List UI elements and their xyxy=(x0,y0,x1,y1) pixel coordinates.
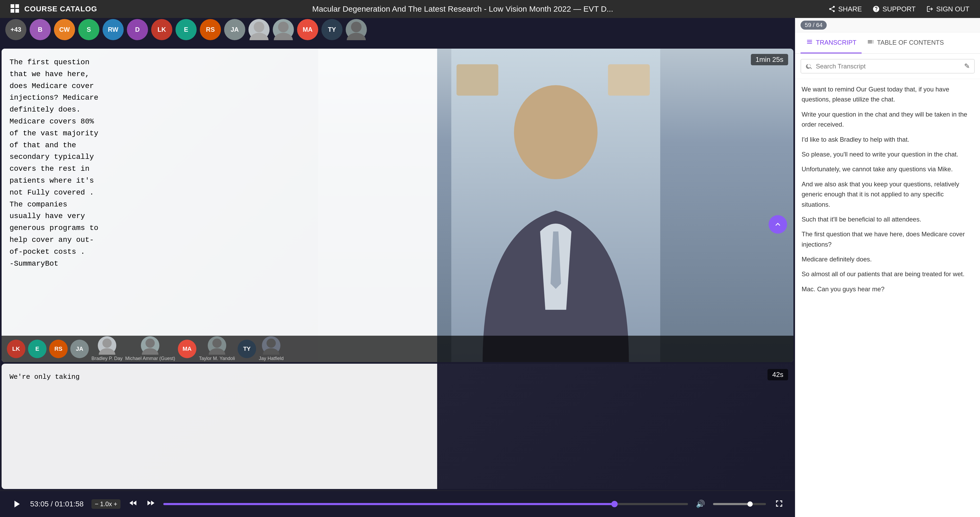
bottom-avatar-taylor-group: Taylor M. Yandoli xyxy=(199,336,235,361)
play-icon xyxy=(11,498,22,510)
total-time: 01:01:58 xyxy=(55,500,84,508)
top-bar: COURSE CATALOG Macular Degeneration And … xyxy=(0,0,980,18)
speed-value: 1.0x xyxy=(100,500,112,508)
participant-strip: +43 B CW S RW D LK E RS xyxy=(0,18,795,47)
scroll-up-button[interactable] xyxy=(768,215,787,234)
volume-bar[interactable] xyxy=(713,503,766,505)
bottom-avatar-ja: JA xyxy=(70,340,89,358)
participant-b: B xyxy=(30,19,51,40)
tab-toc-label: TABLE OF CONTENTS xyxy=(877,39,944,46)
svg-point-13 xyxy=(142,348,159,355)
participant-avatar xyxy=(273,19,294,40)
forward-icon xyxy=(146,498,155,508)
slide-counter: 59 / 64 xyxy=(800,21,827,30)
progress-bar[interactable] xyxy=(163,503,688,505)
search-bar: ✎ xyxy=(795,54,980,79)
svg-point-16 xyxy=(267,339,276,348)
participant-avatar: RW xyxy=(103,19,124,40)
course-catalog-label[interactable]: COURSE CATALOG xyxy=(24,5,97,13)
participant-count-avatar: +43 xyxy=(5,19,26,40)
participant-lk: LK xyxy=(151,19,172,40)
share-button[interactable]: SHARE xyxy=(828,5,862,13)
grid-icon xyxy=(11,4,20,14)
small-caption-text: We're only taking xyxy=(10,373,80,381)
participant-photo3 xyxy=(346,19,367,40)
fullscreen-button[interactable] xyxy=(774,498,784,510)
participant-avatar: B xyxy=(30,19,51,40)
transcript-line: Mac. Can you guys hear me? xyxy=(802,284,974,294)
support-icon xyxy=(872,5,880,13)
search-input[interactable] xyxy=(816,63,961,70)
svg-point-4 xyxy=(351,22,361,32)
small-video-card: We're only taking 42s xyxy=(2,364,794,489)
speed-increase-button[interactable]: + xyxy=(114,500,117,508)
tab-transcript[interactable]: TRANSCRIPT xyxy=(800,32,862,53)
transcript-line: The first question that we have here, do… xyxy=(802,229,974,250)
transcript-line: Such that it'll be beneficial to all att… xyxy=(802,214,974,224)
forward-button[interactable] xyxy=(146,498,155,510)
participant-cw: CW xyxy=(54,19,75,40)
svg-point-7 xyxy=(514,85,598,179)
transcript-line: So please, you'll need to write your que… xyxy=(802,150,974,159)
edit-icon[interactable]: ✎ xyxy=(964,62,970,70)
main-title: Macular Degeneration And The Latest Rese… xyxy=(97,5,828,13)
current-time: 53:05 xyxy=(30,500,49,508)
svg-point-5 xyxy=(347,33,366,40)
tab-transcript-label: TRANSCRIPT xyxy=(816,39,856,46)
participant-photo2 xyxy=(273,19,294,40)
sign-out-button[interactable]: SIGN OUT xyxy=(926,5,969,13)
main-video-card: The first question that we have here, do… xyxy=(2,49,794,362)
support-button[interactable]: SUPPORT xyxy=(872,5,915,13)
toc-icon xyxy=(867,38,874,47)
transcript-line: We want to remind Our Guest today that, … xyxy=(802,84,974,105)
bottom-avatar-taylor-name: Taylor M. Yandoli xyxy=(199,356,235,361)
svg-point-1 xyxy=(250,33,269,40)
svg-point-3 xyxy=(274,33,293,40)
top-bar-right: SHARE SUPPORT SIGN OUT xyxy=(828,5,969,13)
participant-avatar: S xyxy=(78,19,99,40)
participant-ma: MA xyxy=(297,19,318,40)
bottom-avatar-bradley xyxy=(98,336,116,355)
participant-ty: TY xyxy=(321,19,342,40)
bottom-avatar-ma: MA xyxy=(178,340,196,358)
participant-avatar xyxy=(248,19,270,40)
content-area: +43 B CW S RW D LK E RS xyxy=(0,18,980,517)
svg-point-12 xyxy=(146,339,155,348)
volume-thumb[interactable] xyxy=(748,501,753,507)
svg-point-17 xyxy=(263,348,280,355)
bottom-avatar-michael-name: Michael Ammar (Guest) xyxy=(125,356,175,361)
progress-thumb[interactable] xyxy=(611,501,618,507)
bottom-avatar-michael-group: Michael Ammar (Guest) xyxy=(125,336,175,361)
search-icon xyxy=(805,63,813,70)
rewind-button[interactable] xyxy=(129,498,138,510)
transcript-content[interactable]: We want to remind Our Guest today that, … xyxy=(795,79,980,517)
transcript-line: So almost all of our patients that are b… xyxy=(802,269,974,279)
svg-point-11 xyxy=(99,348,115,355)
small-caption-overlay: We're only taking xyxy=(2,364,437,489)
panel-top-bar: 59 / 64 xyxy=(795,18,980,32)
svg-point-0 xyxy=(254,22,264,32)
participant-avatar: MA xyxy=(297,19,318,40)
right-panel-tabs: TRANSCRIPT TABLE OF CONTENTS xyxy=(795,32,980,54)
volume-bar-fill xyxy=(713,503,750,505)
play-button[interactable] xyxy=(11,498,22,510)
right-panel: 59 / 64 TRANSCRIPT TABLE OF CONTENTS xyxy=(795,18,980,517)
small-video-timer: 42s xyxy=(767,369,788,380)
speed-decrease-button[interactable]: − xyxy=(95,500,98,508)
svg-point-2 xyxy=(278,22,289,32)
time-separator: / xyxy=(51,500,55,508)
bottom-avatar-bradley-name: Bradley P. Day xyxy=(91,356,123,361)
rewind-icon xyxy=(129,498,138,508)
share-icon xyxy=(828,5,836,13)
main-video-timer: 1min 25s xyxy=(751,54,788,65)
bottom-avatar-rs: RS xyxy=(49,340,68,358)
bottom-avatar-michael xyxy=(141,336,159,355)
svg-point-14 xyxy=(212,339,221,348)
participant-avatar xyxy=(346,19,367,40)
search-input-wrap: ✎ xyxy=(800,59,975,73)
svg-point-15 xyxy=(208,348,225,355)
bottom-avatar-jay-name: Jay Hatfield xyxy=(259,356,283,361)
participant-s: S xyxy=(78,19,99,40)
tab-toc[interactable]: TABLE OF CONTENTS xyxy=(862,32,949,53)
transcript-line: And we also ask that you keep your quest… xyxy=(802,179,974,210)
